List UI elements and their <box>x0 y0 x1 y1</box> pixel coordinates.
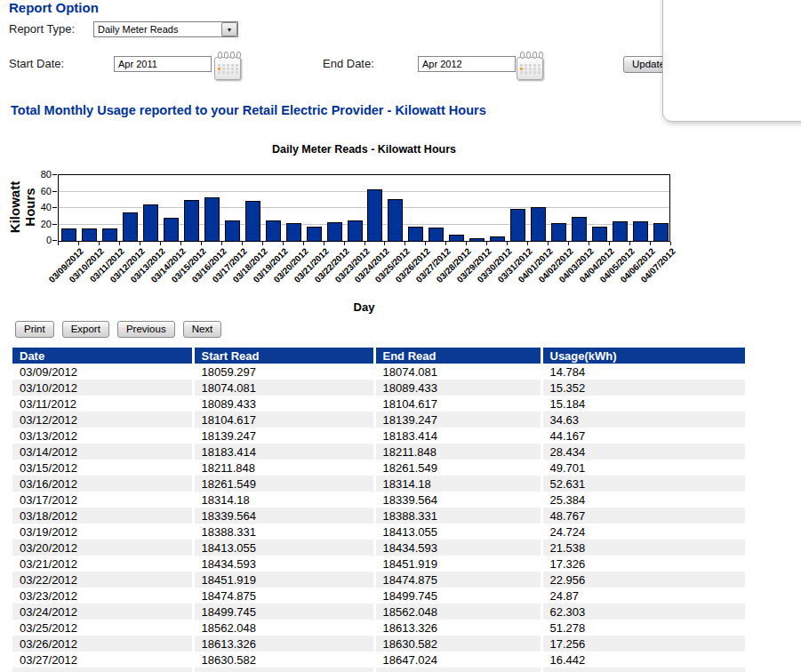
report-type-label: Report Type: <box>9 22 75 36</box>
popup-panel <box>662 0 801 122</box>
previous-button[interactable]: Previous <box>117 321 175 338</box>
x-tick-mark <box>201 242 202 245</box>
bar <box>469 238 485 241</box>
x-tick-mark <box>119 242 120 245</box>
y-tick-label: 60 <box>25 186 52 196</box>
x-tick-mark <box>78 242 79 245</box>
table-cell: 18499.745 <box>193 604 374 620</box>
start-date-calendar-icon[interactable] <box>214 52 242 81</box>
next-button[interactable]: Next <box>183 321 222 338</box>
bar <box>592 227 607 241</box>
end-date-input[interactable] <box>418 56 516 72</box>
table-cell: 03/23/2012 <box>12 588 193 604</box>
table-cell: 18413.055 <box>374 524 541 540</box>
bar <box>102 228 117 241</box>
table-cell: 15.184 <box>541 396 745 412</box>
x-tick-mark <box>568 242 569 245</box>
table-cell: 03/15/2012 <box>12 460 193 476</box>
start-date-input[interactable] <box>114 56 212 72</box>
section-title: Total Monthly Usage reported to your Ret… <box>11 103 486 117</box>
table-cell: 18647.024 <box>193 668 374 672</box>
table-row: 03/21/201218434.59318451.91917.326 <box>12 556 745 572</box>
y-tick-mark <box>52 207 57 208</box>
bar <box>633 221 648 241</box>
chart-title: Daily Meter Reads - Kilowatt Hours <box>58 143 670 156</box>
bar <box>204 197 220 241</box>
table-cell: 18339.564 <box>374 492 541 508</box>
table-cell: 18183.414 <box>374 428 541 444</box>
start-date-label: Start Date: <box>9 57 64 70</box>
table-cell: 18074.081 <box>193 380 374 396</box>
x-tick-mark <box>283 242 284 245</box>
table-cell: 18139.247 <box>374 412 541 428</box>
update-button[interactable]: Update <box>623 56 668 73</box>
table-row: 03/25/201218562.04818613.32651.278 <box>12 620 745 636</box>
y-tick-label: 40 <box>25 202 52 212</box>
y-tick-mark <box>52 191 57 192</box>
table-cell: 03/13/2012 <box>12 428 193 444</box>
table-cell: 18211.848 <box>374 444 541 460</box>
x-tick-mark <box>180 242 181 245</box>
table-toolbar: Print Export Previous Next <box>15 321 221 338</box>
table-cell: 18074.081 <box>374 364 541 380</box>
table-cell: 18314.18 <box>193 492 374 508</box>
table-row: 03/18/201218339.56418388.33148.767 <box>12 508 745 524</box>
table-cell: 18630.582 <box>374 636 541 652</box>
table-cell: 03/24/2012 <box>12 604 193 620</box>
table-header-row: DateStart ReadEnd ReadUsage(kWh) <box>12 348 745 364</box>
table-cell: 18183.414 <box>193 444 374 460</box>
table-cell: 24.724 <box>541 524 745 540</box>
table-cell: 03/21/2012 <box>12 556 193 572</box>
table-cell: 18388.331 <box>193 524 374 540</box>
table-cell: 18314.18 <box>374 476 541 492</box>
bar <box>367 189 382 241</box>
x-tick-mark <box>548 242 549 245</box>
x-tick-mark <box>609 242 610 245</box>
x-tick-mark <box>262 242 263 245</box>
print-button[interactable]: Print <box>15 321 54 338</box>
table-cell: 18089.433 <box>193 396 374 412</box>
table-cell: 03/25/2012 <box>12 620 193 636</box>
x-tick-mark <box>466 242 467 245</box>
report-type-select[interactable]: Daily Meter Reads ▼ <box>93 21 238 37</box>
bar <box>164 218 179 241</box>
table-cell: 18630.582 <box>193 652 374 668</box>
bar <box>429 228 444 241</box>
table-cell: 18434.593 <box>193 556 374 572</box>
bar <box>61 228 76 241</box>
table-cell: 18139.247 <box>193 428 374 444</box>
x-tick-mark <box>670 242 671 245</box>
table-cell: 18104.617 <box>193 412 374 428</box>
table-row: 03/17/201218314.1818339.56425.384 <box>12 492 745 508</box>
table-cell: 03/26/2012 <box>12 636 193 652</box>
table-cell: 18261.549 <box>374 460 541 476</box>
table-cell: 18434.593 <box>374 540 541 556</box>
table-cell: 16.442 <box>541 652 745 668</box>
export-button[interactable]: Export <box>62 321 109 338</box>
table-cell: 03/09/2012 <box>12 364 193 380</box>
x-tick-mark <box>140 242 140 245</box>
table-cell: 18647.024 <box>374 652 541 668</box>
table-cell: 52.631 <box>541 476 745 492</box>
x-tick-mark <box>99 242 100 245</box>
table-cell: 18613.326 <box>193 636 374 652</box>
table-cell: 18562.048 <box>374 604 541 620</box>
bar <box>348 220 363 241</box>
dropdown-arrow-icon[interactable]: ▼ <box>221 22 237 36</box>
table-cell: 25.384 <box>541 492 745 508</box>
table-cell: 17.256 <box>541 636 745 652</box>
page-title: Report Option <box>9 0 99 15</box>
x-tick-mark <box>242 242 243 245</box>
table-cell: 18388.331 <box>374 508 541 524</box>
end-date-calendar-icon[interactable] <box>517 52 544 81</box>
table-cell: 03/11/2012 <box>12 396 193 412</box>
x-tick-mark <box>344 242 345 245</box>
table-row: 03/27/201218630.58218647.02416.442 <box>12 652 745 668</box>
table-cell: 62.303 <box>541 604 745 620</box>
x-tick-mark <box>527 242 528 245</box>
table-cell: 03/17/2012 <box>12 492 193 508</box>
table-row: 03/24/201218499.74518562.04862.303 <box>12 604 745 620</box>
table-row: 03/16/201218261.54918314.1852.631 <box>12 476 745 492</box>
x-tick-mark <box>589 242 589 245</box>
y-tick-mark <box>52 240 57 241</box>
